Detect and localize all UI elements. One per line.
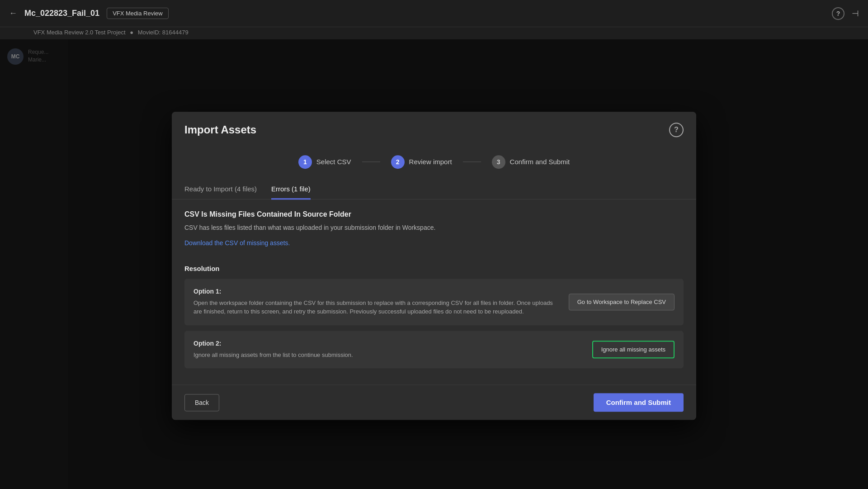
modal-header: Import Assets ? [172, 112, 696, 148]
step-2-num: 2 [391, 155, 405, 169]
project-title: Mc_022823_Fail_01 [24, 9, 99, 18]
step-1-label: Select CSV [316, 158, 351, 166]
steps-indicator: 1 Select CSV 2 Review import 3 Confirm a… [172, 148, 696, 180]
collapse-icon[interactable]: ⊣ [852, 9, 859, 19]
option-2-card: Option 2: Ignore all missing assets from… [184, 331, 684, 369]
step-separator-2 [463, 161, 481, 162]
help-icon[interactable]: ? [832, 7, 844, 20]
back-arrow-icon[interactable]: ← [9, 9, 17, 18]
modal-body: CSV Is Missing Files Contained In Source… [172, 199, 696, 385]
vfx-badge: VFX Media Review [107, 8, 169, 19]
dot: ● [130, 29, 133, 36]
step-2: 2 Review import [391, 155, 452, 169]
option-2-description: Ignore all missing assets from the list … [193, 351, 583, 360]
ignore-missing-assets-button[interactable]: Ignore all missing assets [592, 341, 675, 358]
tab-ready[interactable]: Ready to Import (4 files) [184, 180, 257, 199]
tabs: Ready to Import (4 files) Errors (1 file… [172, 180, 696, 199]
modal-help-button[interactable]: ? [669, 123, 684, 137]
tab-errors[interactable]: Errors (1 file) [271, 180, 311, 199]
download-csv-link[interactable]: Download the CSV of missing assets. [184, 239, 290, 247]
modal-footer: Back Confirm and Submit [172, 385, 696, 420]
back-button[interactable]: Back [184, 394, 219, 411]
option-1-card: Option 1: Open the workspace folder cont… [184, 279, 684, 325]
option-1-description: Open the workspace folder containing the… [193, 299, 560, 316]
step-1: 1 Select CSV [298, 155, 351, 169]
step-3: 3 Confirm and Submit [492, 155, 570, 169]
step-1-num: 1 [298, 155, 312, 169]
subtitle-project: VFX Media Review 2.0 Test Project [33, 29, 126, 36]
confirm-submit-button[interactable]: Confirm and Submit [594, 393, 684, 412]
main-content: MC Reque... Marie... Import Assets ? 1 S… [0, 39, 868, 489]
option-1-label: Option 1: [193, 288, 560, 295]
app-bar-left: ← Mc_022823_Fail_01 VFX Media Review [9, 8, 169, 19]
option-2-label: Option 2: [193, 340, 583, 347]
go-to-workspace-button[interactable]: Go to Workspace to Replace CSV [569, 294, 675, 310]
import-assets-modal: Import Assets ? 1 Select CSV 2 Review im… [172, 112, 696, 420]
option-2-text: Option 2: Ignore all missing assets from… [193, 340, 583, 360]
step-2-label: Review import [409, 158, 452, 166]
error-description: CSV has less files listed than what was … [184, 223, 684, 233]
movie-id: MovielD: 81644479 [138, 29, 189, 36]
app-bar: ← Mc_022823_Fail_01 VFX Media Review ? ⊣ [0, 0, 868, 27]
step-3-label: Confirm and Submit [510, 158, 570, 166]
modal-title: Import Assets [184, 123, 256, 136]
step-3-num: 3 [492, 155, 505, 169]
option-1-text: Option 1: Open the workspace folder cont… [193, 288, 560, 316]
step-separator-1 [362, 161, 380, 162]
subtitle-bar: VFX Media Review 2.0 Test Project ● Movi… [0, 27, 868, 39]
error-title: CSV Is Missing Files Contained In Source… [184, 210, 684, 218]
app-bar-right: ? ⊣ [832, 7, 859, 20]
resolution-title: Resolution [184, 265, 684, 272]
